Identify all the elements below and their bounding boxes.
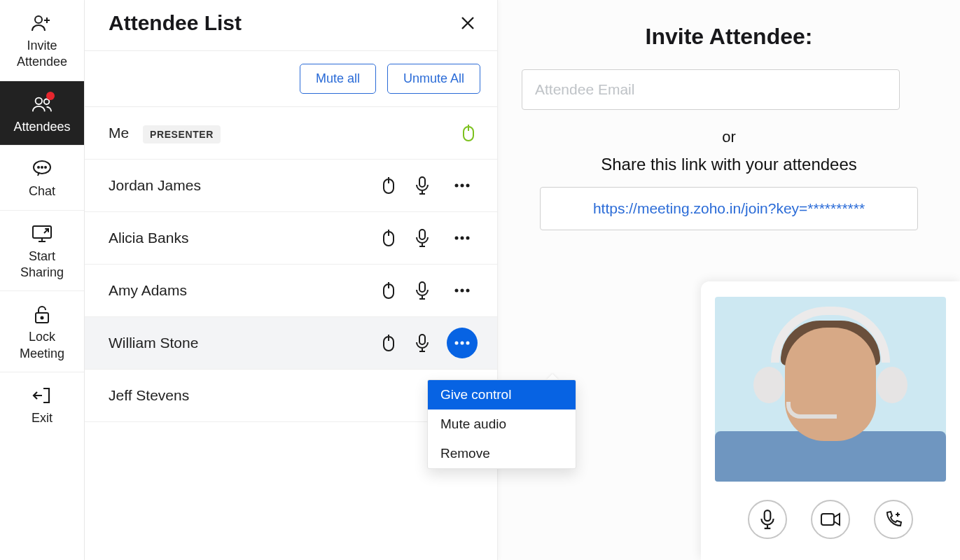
camera-toggle-button[interactable] — [811, 500, 850, 539]
more-options-button[interactable] — [447, 275, 478, 306]
sidebar-item-attendees[interactable]: Attendees — [0, 81, 84, 146]
svg-point-23 — [455, 289, 459, 293]
sidebar-item-label: Chat — [29, 183, 55, 200]
panel-header: Attendee List — [85, 0, 497, 51]
svg-point-20 — [466, 237, 470, 240]
svg-point-1 — [36, 97, 42, 104]
more-options-button[interactable] — [447, 328, 478, 358]
sidebar-item-invite-attendee[interactable]: Invite Attendee — [0, 0, 84, 81]
users-icon — [32, 94, 53, 115]
attendee-name: Jeff Stevens — [109, 387, 478, 404]
panel-actions: Mute all Unmute All — [85, 51, 497, 107]
share-link-label: Share this link with your attendees — [522, 155, 936, 174]
mouse-icon[interactable] — [380, 176, 398, 195]
sidebar-item-exit[interactable]: Exit — [0, 372, 84, 436]
svg-point-19 — [461, 237, 464, 240]
lock-open-icon — [32, 304, 53, 325]
svg-point-28 — [455, 342, 459, 345]
svg-point-14 — [461, 184, 464, 188]
sidebar-item-chat[interactable]: Chat — [0, 146, 84, 210]
sidebar-item-label: Lock Meeting — [20, 329, 64, 362]
svg-rect-17 — [419, 230, 425, 239]
sidebar-item-label: Invite Attendee — [17, 38, 67, 71]
sidebar-item-start-sharing[interactable]: Start Sharing — [0, 211, 84, 292]
mic-icon[interactable] — [413, 176, 431, 195]
or-separator-text: or — [522, 128, 936, 146]
attendee-panel: Attendee List Mute all Unmute All Me PRE… — [85, 0, 498, 560]
attendee-name: Alicia Banks — [109, 230, 380, 246]
attendee-name: William Stone — [109, 335, 380, 351]
svg-rect-32 — [821, 514, 834, 525]
mouse-icon[interactable] — [380, 334, 398, 352]
sidebar-item-label: Attendees — [13, 119, 70, 135]
invite-panel: Invite Attendee: or Share this link with… — [498, 0, 960, 560]
exit-icon — [32, 385, 53, 406]
video-thumbnail-card — [701, 281, 960, 560]
video-feed — [715, 297, 946, 482]
svg-rect-27 — [419, 335, 425, 344]
chat-icon — [32, 158, 53, 179]
meeting-link-box[interactable]: https://meeting.zoho.in/join?key=*******… — [540, 187, 918, 230]
svg-point-30 — [466, 342, 470, 345]
panel-title: Attendee List — [109, 11, 242, 35]
mouse-icon[interactable] — [380, 229, 398, 247]
attendee-name: Amy Adams — [109, 282, 380, 299]
presenter-badge: PRESENTER — [143, 125, 221, 144]
attendee-row: Amy Adams — [85, 265, 497, 317]
svg-point-18 — [455, 237, 459, 240]
svg-point-9 — [41, 317, 43, 319]
more-options-button[interactable] — [447, 223, 478, 253]
svg-point-0 — [35, 16, 42, 23]
attendee-name: Me PRESENTER — [109, 125, 459, 141]
mouse-icon[interactable] — [459, 124, 478, 142]
svg-point-29 — [461, 342, 464, 345]
svg-point-5 — [41, 167, 43, 168]
video-controls — [714, 500, 947, 539]
svg-point-15 — [466, 184, 470, 188]
mic-icon[interactable] — [413, 334, 431, 352]
svg-rect-22 — [419, 282, 425, 292]
svg-point-13 — [455, 184, 459, 188]
screen-share-icon — [32, 223, 53, 244]
notification-dot-icon — [46, 92, 55, 100]
more-options-button[interactable] — [447, 170, 478, 201]
add-call-button[interactable] — [874, 500, 913, 539]
close-icon[interactable] — [458, 13, 478, 33]
attendee-row: Alicia Banks — [85, 212, 497, 265]
mic-toggle-button[interactable] — [748, 500, 787, 539]
mute-all-button[interactable]: Mute all — [300, 64, 376, 94]
attendee-row: Jordan James — [85, 160, 497, 212]
mic-icon[interactable] — [413, 281, 431, 300]
unmute-all-button[interactable]: Unmute All — [387, 64, 480, 94]
attendee-name-text: Me — [109, 125, 129, 141]
svg-point-6 — [45, 167, 46, 168]
svg-point-25 — [466, 289, 470, 293]
attendee-row: William Stone — [85, 317, 497, 370]
svg-point-24 — [461, 289, 464, 293]
sidebar: Invite Attendee Attendees Chat Start Sha… — [0, 0, 85, 560]
svg-point-4 — [38, 167, 39, 168]
svg-rect-31 — [765, 510, 771, 521]
sidebar-item-lock-meeting[interactable]: Lock Meeting — [0, 291, 84, 372]
svg-rect-12 — [419, 177, 425, 187]
attendee-row-me: Me PRESENTER — [85, 107, 497, 160]
invite-title: Invite Attendee: — [522, 24, 936, 50]
mouse-icon[interactable] — [380, 281, 398, 300]
attendee-email-input[interactable] — [522, 69, 900, 110]
attendee-name: Jordan James — [109, 177, 380, 194]
user-plus-icon — [32, 13, 53, 34]
mic-icon[interactable] — [413, 229, 431, 247]
sidebar-item-label: Exit — [32, 410, 53, 426]
sidebar-item-label: Start Sharing — [20, 248, 64, 281]
attendee-list: Me PRESENTER Jordan James Alicia Banks — [85, 107, 497, 560]
person-avatar-icon — [715, 297, 946, 482]
